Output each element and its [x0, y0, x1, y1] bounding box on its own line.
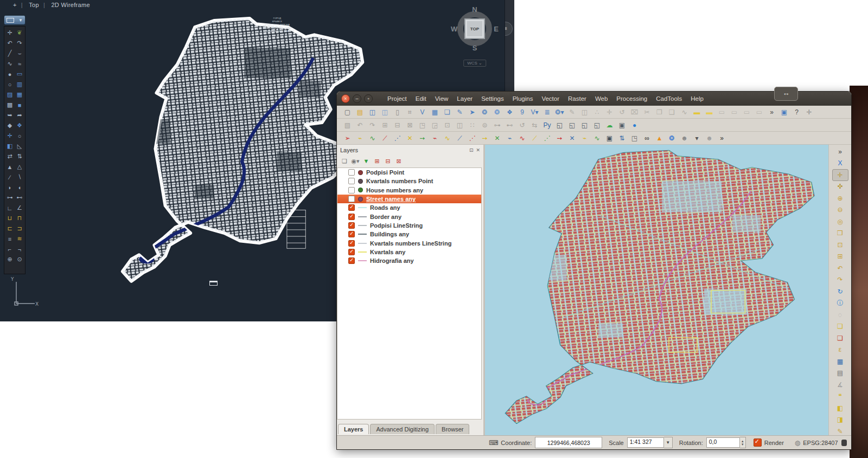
menu-item[interactable]: Processing	[612, 92, 652, 106]
undo-icon[interactable]: ↶	[5, 38, 15, 48]
cadtools-icon[interactable]: ⌁	[354, 132, 366, 144]
export-selection-icon[interactable]: ◱	[578, 119, 591, 131]
rotation-value[interactable]: 0,0	[706, 437, 740, 448]
move-label-icon[interactable]: ▬	[703, 106, 716, 118]
pan-to-selection-icon[interactable]: ✜	[832, 181, 848, 193]
crs-globe-icon[interactable]: ◍	[795, 439, 800, 447]
cadtools-icon[interactable]: ⌁	[578, 132, 591, 144]
add-delimited-text-icon[interactable]: ≣	[541, 106, 553, 118]
layer-checkbox[interactable]	[348, 169, 355, 176]
vertex-tool-icon[interactable]: ∴	[591, 106, 603, 118]
remove-layer-icon[interactable]: ⊠	[393, 156, 404, 166]
viewport-view-button[interactable]: Top	[29, 2, 39, 8]
cadtools-icon[interactable]: ⟋	[379, 132, 391, 144]
crs-status[interactable]: EPSG:28407	[803, 440, 838, 446]
array-tool-icon[interactable]: ⇅	[15, 151, 24, 162]
add-vector-layer-icon[interactable]: V	[416, 106, 429, 118]
add-memory-layer-icon[interactable]: ❏	[441, 106, 454, 118]
export-layer-icon[interactable]: ◱	[566, 119, 578, 131]
layer-row[interactable]: House numbers any	[337, 186, 481, 195]
layer-checkbox[interactable]	[348, 214, 355, 220]
mirror-tool-icon[interactable]: ▲	[5, 162, 15, 172]
viewcube-south[interactable]: S	[473, 44, 477, 52]
coordinate-capture-icon[interactable]: ⌨	[489, 439, 498, 447]
map-canvas[interactable]	[485, 145, 828, 435]
toolbar-overflow-icon[interactable]: »	[765, 106, 778, 118]
copy-features-icon[interactable]: ❐	[653, 106, 666, 118]
layer-checkbox[interactable]	[348, 196, 355, 202]
color-flag-icon[interactable]: ▲	[653, 132, 666, 144]
whats-this-icon[interactable]: ?	[790, 106, 803, 118]
composer-manager-icon[interactable]: ⌗	[404, 106, 416, 118]
layer-row[interactable]: Kvartals any	[337, 248, 481, 256]
viewcube-east[interactable]: E	[494, 25, 499, 33]
cadtools-icon[interactable]: ∿	[591, 132, 603, 144]
layer-states-icon[interactable]: ≋	[15, 234, 24, 244]
ortho-tool-icon[interactable]: ⌐	[5, 244, 15, 254]
zoom-full-icon[interactable]: ❒	[832, 228, 848, 240]
viewcube-west[interactable]: W	[451, 25, 457, 33]
pin-icon[interactable]: ✛	[803, 106, 815, 118]
split-parts-icon[interactable]: ⊜	[478, 119, 491, 131]
reshape-features-icon[interactable]: ◫	[454, 119, 466, 131]
paste-features-icon[interactable]: ❑	[666, 106, 678, 118]
gradient-tool-icon[interactable]: ▦	[15, 89, 24, 100]
pin-labels-icon[interactable]: ▭	[753, 106, 765, 118]
align-right-icon[interactable]: ⊐	[15, 223, 24, 234]
fill-ring-icon[interactable]: ◳	[416, 119, 429, 131]
layer-row[interactable]: Podpisi LineString	[337, 221, 481, 230]
minimize-button[interactable]: –	[353, 94, 361, 103]
python-console-icon[interactable]: Py	[541, 119, 553, 131]
pan-map-icon[interactable]: ✛	[832, 169, 848, 181]
cadtools-icon[interactable]: ✕	[404, 132, 416, 144]
delete-part-icon[interactable]: ⊡	[441, 119, 454, 131]
layer-row[interactable]: Hidrografia any	[337, 256, 481, 265]
add-oracle-icon[interactable]: 9	[516, 106, 528, 118]
cad-map-drawing[interactable]	[111, 15, 366, 289]
new-project-icon[interactable]: ▢	[341, 106, 354, 118]
break-tool-icon[interactable]: ⊷	[15, 192, 24, 203]
circle-tool-icon[interactable]: ●	[5, 69, 15, 79]
close-button[interactable]: ×	[341, 94, 350, 103]
cadtools-icon[interactable]: ➙	[416, 132, 429, 144]
georeferencer-icon[interactable]: ◳	[628, 132, 641, 144]
delete-selected-icon[interactable]: ⌧	[628, 106, 641, 118]
expand-all-icon[interactable]: ⊞	[372, 156, 382, 166]
palette-header-button[interactable]: ▼	[4, 15, 25, 25]
identify-features-icon[interactable]: ⓘ	[832, 298, 848, 309]
viewcube-top-face[interactable]: TOP	[464, 18, 485, 39]
delete-ring-icon[interactable]: ◲	[429, 119, 441, 131]
cadtools-icon[interactable]: ⟋	[454, 132, 466, 144]
cadtools-icon[interactable]: ⋰	[466, 132, 478, 144]
layer-row[interactable]: Border any	[337, 212, 481, 221]
add-part-icon[interactable]: ⊠	[404, 119, 416, 131]
menu-item[interactable]: Edit	[411, 92, 431, 106]
cadtools-icon[interactable]: ➙	[478, 132, 491, 144]
hatch-tool-icon[interactable]: ▨	[5, 89, 15, 100]
image-export-icon[interactable]: ▣	[616, 119, 628, 131]
change-label-icon[interactable]: ▭	[728, 106, 741, 118]
refresh-icon[interactable]: ↻	[832, 286, 848, 298]
undo-icon[interactable]: ↶	[354, 119, 366, 131]
polar-tool-icon[interactable]: ¬	[15, 244, 24, 254]
menu-item[interactable]: View	[431, 92, 453, 106]
redo-icon[interactable]: ↷	[366, 119, 379, 131]
layer-checkbox[interactable]	[348, 222, 355, 229]
globe-plugin-icon[interactable]: ●	[628, 119, 641, 131]
layer-row[interactable]: Buildings any	[337, 230, 481, 238]
open-project-icon[interactable]: ▤	[354, 106, 366, 118]
ellipse-tool-icon[interactable]: ○	[5, 79, 15, 89]
filter-legend-icon[interactable]: ▼	[361, 156, 372, 166]
layer-row[interactable]: Street names any	[337, 195, 481, 203]
add-group-icon[interactable]: ❏	[339, 156, 350, 166]
render-checkbox[interactable]	[754, 438, 762, 447]
new-bookmark-icon[interactable]: ◧	[832, 402, 848, 414]
menu-item[interactable]: Layer	[452, 92, 477, 106]
menu-item[interactable]: CadTools	[652, 92, 686, 106]
steering-wheel-icon[interactable]: ❦	[15, 28, 24, 38]
viewport-controls[interactable]: +| Top| 2D Wireframe	[11, 2, 92, 8]
collapse-all-icon[interactable]: ⊟	[382, 156, 393, 166]
region-tool-icon[interactable]: ▩	[5, 100, 15, 110]
offset-tool-icon[interactable]: △	[15, 162, 24, 172]
layer-row[interactable]: Roads any	[337, 203, 481, 212]
